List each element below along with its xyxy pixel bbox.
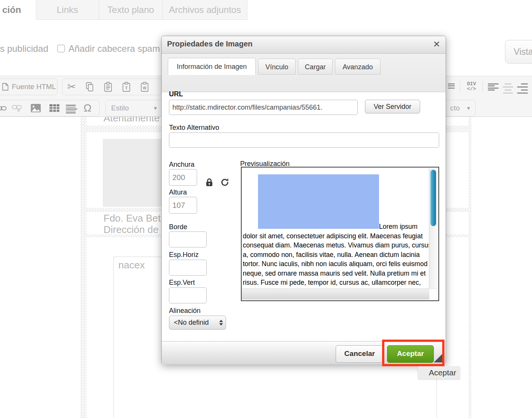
scrollbar-corner: [429, 289, 438, 300]
email-bg-pattern-left: [80, 117, 87, 418]
spam-checkbox[interactable]: [57, 45, 65, 53]
vspace-label: Esp.Vert: [169, 279, 195, 287]
tab-informacion-imagen[interactable]: Información de Imagen: [168, 58, 256, 75]
source-button-group: Fuente HTML: [0, 78, 57, 95]
height-label: Altura: [169, 188, 187, 196]
select-stepper-icon: [217, 320, 226, 325]
align-left-icon[interactable]: [488, 82, 499, 92]
list-icon-partial[interactable]: [448, 82, 455, 89]
email-box-text: nacex: [118, 259, 145, 271]
ver-servidor-button[interactable]: Ver Servidor: [365, 100, 420, 113]
close-icon[interactable]: ✕: [433, 39, 440, 49]
svg-text:W: W: [143, 86, 147, 90]
cut-icon[interactable]: ✂: [62, 81, 81, 93]
width-input[interactable]: [169, 169, 197, 186]
align-select-value: <No definid: [169, 319, 209, 327]
border-label: Borde: [169, 223, 187, 231]
dialog-tab-strip: Información de Imagen Vínculo Cargar Ava…: [162, 54, 446, 92]
dialog-title-bar[interactable]: Propiedades de Imagen ✕: [162, 36, 446, 54]
editor-tab-bar: ción Links Texto plano Archivos adjuntos: [0, 0, 532, 20]
special-char-icon[interactable]: Ω: [79, 102, 96, 114]
border-input[interactable]: [169, 231, 207, 247]
url-label: URL: [169, 90, 183, 98]
email-signature-name: Fdo. Eva Bet: [104, 212, 161, 224]
image-icon[interactable]: [26, 104, 45, 113]
link-icon[interactable]: [0, 105, 8, 111]
preview-image: [258, 174, 379, 229]
insert-group: Ω: [0, 100, 100, 116]
screen: Atentamente Fdo. Eva Bet Dirección de na…: [0, 0, 532, 418]
dialog-title: Propiedades de Imagen: [167, 40, 253, 48]
height-input[interactable]: [169, 197, 197, 214]
tab-edicion-active[interactable]: ción: [0, 0, 36, 19]
copy-icon[interactable]: [81, 82, 99, 92]
horizontal-rule-icon[interactable]: [66, 104, 77, 114]
tab-cargar[interactable]: Cargar: [298, 59, 333, 75]
tab-archivos-adjuntos[interactable]: Archivos adjuntos: [163, 0, 247, 19]
fuente-html-button[interactable]: Fuente HTML: [12, 83, 56, 91]
email-image-placeholder[interactable]: [103, 139, 164, 207]
label-spam: Añadir cabecera spam: [68, 43, 160, 54]
source-code-icon: [1, 83, 9, 91]
tab-texto-plano[interactable]: Texto plano: [99, 0, 163, 19]
svg-text:T: T: [125, 86, 128, 90]
tab-vinculo[interactable]: Vínculo: [258, 59, 296, 75]
clipboard-group: ✂ T W: [62, 78, 162, 95]
vista-button[interactable]: Vista: [505, 40, 532, 64]
highlight-rectangle: [382, 340, 444, 366]
vspace-input[interactable]: [169, 287, 207, 303]
label-publicidad: s publicidad: [0, 43, 48, 54]
tab-strip: Links Texto plano Archivos adjuntos: [36, 0, 247, 20]
align-label: Alineación: [169, 307, 201, 315]
hspace-label: Esp.Horiz: [169, 251, 199, 259]
hspace-input[interactable]: [169, 260, 207, 276]
formato-dropdown-value: cto: [450, 104, 460, 112]
unlink-icon[interactable]: [8, 105, 26, 112]
align-right-icon[interactable]: [517, 82, 528, 94]
email-bg-pattern-right: [468, 117, 471, 418]
width-label: Anchura: [169, 161, 194, 169]
paste-text-icon[interactable]: T: [117, 82, 135, 92]
action-tooltip: Aceptar: [418, 366, 460, 379]
cancel-button[interactable]: Cancelar: [336, 345, 384, 363]
image-properties-dialog: Propiedades de Imagen ✕ Información de I…: [161, 36, 446, 364]
email-signature-role: Dirección de: [104, 224, 159, 236]
scrollbar-thumb[interactable]: [430, 170, 436, 226]
align-center-icon[interactable]: [502, 82, 514, 94]
chevron-down-icon: ▾: [467, 105, 470, 112]
align-select[interactable]: <No definid: [169, 316, 226, 330]
div-container-icon[interactable]: DIV</>: [464, 81, 479, 91]
paste-icon[interactable]: [99, 82, 117, 92]
estilo-dropdown[interactable]: Estilo ▾: [105, 100, 162, 116]
tab-links[interactable]: Links: [36, 0, 99, 19]
table-icon[interactable]: [45, 104, 64, 112]
alt-text-input[interactable]: [169, 132, 439, 148]
estilo-dropdown-value: Estilo: [111, 104, 129, 112]
tab-avanzado[interactable]: Avanzado: [335, 59, 381, 75]
preview-horizontal-scrollbar[interactable]: [242, 289, 430, 300]
preview-box: Lorem ipsum dolor sit amet, consectetuer…: [241, 167, 439, 301]
preview-vertical-scrollbar[interactable]: [429, 168, 438, 290]
preview-content: Lorem ipsum dolor sit amet, consectetuer…: [243, 168, 432, 289]
alt-text-label: Texto Alternativo: [169, 124, 219, 132]
preview-text-lead: Lorem ipsum: [379, 223, 417, 230]
paste-word-icon[interactable]: W: [135, 82, 154, 92]
lock-ratio-icon[interactable]: [205, 178, 214, 187]
preview-text: dolor sit amet, consectetuer adipiscing …: [243, 232, 432, 289]
url-input[interactable]: [169, 100, 358, 115]
reset-size-icon[interactable]: [220, 177, 230, 187]
chevron-down-icon: ▾: [154, 105, 157, 112]
